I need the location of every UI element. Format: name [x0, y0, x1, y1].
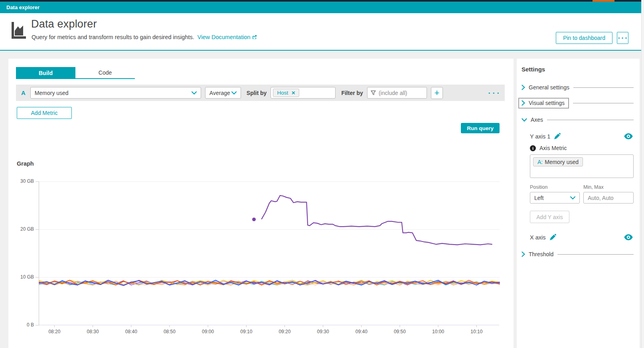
section-general-settings[interactable]: General settings	[522, 84, 634, 91]
position-minmax-labels: Position Min, Max	[530, 184, 634, 190]
split-chip-label: Host	[277, 90, 288, 96]
data-explorer-icon	[10, 21, 27, 41]
info-icon: i	[530, 145, 536, 151]
section-label: General settings	[529, 84, 569, 91]
metric-row-more-icon[interactable]: • • •	[488, 91, 500, 95]
x-axis-row: X axis	[530, 234, 634, 241]
minmax-placeholder: Auto, Auto	[588, 195, 614, 201]
axis-metric-row: i Axis Metric	[530, 145, 634, 151]
split-chip-host[interactable]: Host ✕	[273, 89, 299, 97]
aggregation-select[interactable]: Average	[205, 87, 241, 99]
chevron-down-icon	[570, 196, 575, 200]
section-divider	[573, 87, 634, 88]
visibility-eye-icon[interactable]	[624, 133, 633, 139]
y-tick-label: 10 GB	[20, 274, 34, 280]
chevron-right-icon	[522, 251, 525, 257]
section-divider	[557, 254, 634, 255]
page-title: Data explorer	[31, 18, 97, 30]
filter-placeholder: (include all)	[379, 90, 407, 96]
chart-svg	[39, 182, 500, 325]
edit-pencil-icon[interactable]	[554, 133, 561, 140]
metric-select-value: Memory used	[35, 90, 69, 96]
x-axis-label: X axis	[530, 234, 546, 241]
page-subtitle: Query for metrics and transform results …	[32, 34, 257, 40]
x-tick-label: 08:20	[48, 329, 60, 334]
x-tick-label: 08:30	[87, 329, 99, 334]
x-tick-label: 09:50	[394, 329, 406, 334]
query-card: Build Code A Memory used Average Split b…	[8, 59, 514, 348]
y-tick-label: 0 B	[27, 322, 34, 328]
split-by-input[interactable]: Host ✕	[271, 87, 336, 99]
page-header: Data explorer Query for metrics and tran…	[0, 13, 641, 51]
x-tick-label: 08:40	[125, 329, 137, 334]
tab-code[interactable]: Code	[75, 67, 135, 79]
x-tick-label: 10:00	[432, 329, 444, 334]
editor-tabs: Build Code	[16, 67, 135, 79]
x-tick-label: 10:10	[470, 329, 482, 334]
x-tick-label: 08:50	[164, 329, 176, 334]
axis-metric-box[interactable]: A: Memory used	[530, 154, 634, 178]
section-threshold[interactable]: Threshold	[522, 251, 634, 257]
metric-query-row: A Memory used Average Split by Host ✕ Fi…	[16, 85, 505, 101]
header-actions: Pin to dashboard • • •	[556, 32, 628, 44]
x-tick-label: 09:20	[279, 329, 290, 334]
axis-metric-label: Axis Metric	[539, 145, 567, 151]
add-metric-button[interactable]: Add Metric	[17, 107, 72, 119]
minmax-label: Min, Max	[583, 184, 604, 190]
header-more-options-button[interactable]: • • •	[617, 32, 628, 44]
position-label: Position	[530, 184, 583, 190]
y-axis-1-label: Y axis 1	[530, 133, 550, 140]
metric-select[interactable]: Memory used	[30, 87, 201, 99]
aggregation-select-value: Average	[209, 90, 230, 96]
add-dimension-button[interactable]: +	[431, 87, 443, 99]
position-select[interactable]: Left	[530, 192, 580, 204]
metric-letter-badge: A	[21, 89, 26, 96]
run-query-button[interactable]: Run query	[461, 123, 500, 133]
add-y-axis-button[interactable]: Add Y axis	[530, 211, 569, 223]
chevron-down-icon	[522, 118, 527, 122]
chip-prefix: A:	[537, 159, 543, 165]
section-axes[interactable]: Axes	[522, 117, 634, 123]
position-value: Left	[534, 195, 543, 201]
focused-section-outline: Visual settings	[518, 98, 569, 109]
external-link-icon	[252, 35, 257, 40]
y-tick-label: 30 GB	[20, 178, 34, 184]
pin-to-dashboard-button[interactable]: Pin to dashboard	[556, 32, 612, 44]
x-tick-label: 09:00	[202, 329, 214, 334]
axes-settings-body: Y axis 1 i Axis Metric A: Memory used Po…	[530, 133, 634, 241]
chevron-right-icon	[522, 85, 525, 90]
filter-by-input[interactable]: (include all)	[367, 87, 427, 99]
tab-build[interactable]: Build	[16, 67, 75, 79]
split-by-label: Split by	[247, 90, 267, 96]
section-label: Visual settings	[529, 100, 565, 106]
y-axis-1-row: Y axis 1	[530, 133, 634, 140]
app-bar-title: Data explorer	[6, 4, 40, 10]
view-documentation-link[interactable]: View Documentation	[198, 34, 251, 40]
position-minmax-inputs: Left Auto, Auto	[530, 192, 634, 204]
section-visual-settings[interactable]: Visual settings	[522, 100, 634, 107]
chevron-right-icon	[522, 100, 525, 106]
edit-pencil-icon[interactable]	[549, 234, 556, 241]
graph-section-title: Graph	[17, 160, 34, 167]
axis-metric-chip[interactable]: A: Memory used	[533, 157, 583, 166]
subtitle-text: Query for metrics and transform results …	[32, 34, 194, 40]
chevron-down-icon	[231, 91, 237, 95]
y-tick-label: 20 GB	[20, 226, 34, 232]
x-tick-label: 09:40	[356, 329, 367, 334]
settings-panel: Settings General settings Visual setting…	[517, 59, 640, 348]
chip-label: Memory used	[545, 159, 579, 165]
chip-close-icon[interactable]: ✕	[291, 90, 295, 96]
section-label: Threshold	[529, 251, 553, 257]
filter-funnel-icon	[371, 90, 376, 95]
minmax-input[interactable]: Auto, Auto	[583, 192, 634, 204]
x-tick-label: 09:10	[240, 329, 252, 334]
section-divider	[547, 120, 634, 120]
chevron-down-icon	[192, 91, 197, 95]
metric-chart[interactable]: 0 B10 GB20 GB30 GB 08:2008:3008:4008:500…	[39, 182, 499, 325]
page-scrollbar[interactable]	[641, 0, 644, 348]
x-tick-label: 09:30	[317, 329, 329, 334]
section-label: Axes	[531, 117, 543, 123]
section-divider	[573, 103, 634, 103]
settings-title: Settings	[522, 66, 634, 73]
visibility-eye-icon[interactable]	[624, 234, 633, 240]
